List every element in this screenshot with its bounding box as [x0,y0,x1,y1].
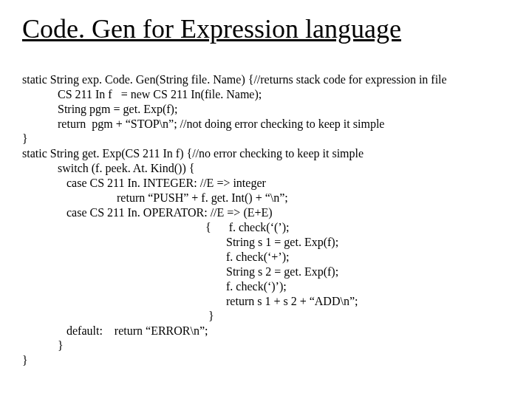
code-line: String pgm = get. Exp(f); [22,103,177,115]
code-line: return s 1 + s 2 + “ADD\n”; [22,295,358,307]
code-line: f. check(‘+’); [22,250,289,263]
code-line: } [22,132,28,145]
code-line: } [22,354,28,366]
page-title: Code. Gen for Expression language [22,13,510,44]
code-line: } [22,339,64,352]
code-line: static String exp. Code. Gen(String file… [22,73,447,86]
code-line: return pgm + “STOP\n”; //not doing error… [22,117,384,130]
code-line: case CS 211 In. OPERATOR: //E => (E+E) [22,206,273,219]
code-block: static String exp. Code. Gen(String file… [22,58,510,368]
code-line: String s 2 = get. Exp(f); [22,265,338,278]
code-line: switch (f. peek. At. Kind()) { [22,162,194,174]
slide: Code. Gen for Expression language static… [0,0,532,381]
code-line: return “PUSH” + f. get. Int() + “\n”; [22,191,288,204]
code-line: default: return “ERROR\n”; [22,324,208,337]
code-line: static String get. Exp(CS 211 In f) {//n… [22,147,364,160]
code-line: CS 211 In f = new CS 211 In(file. Name); [22,88,262,100]
code-line: f. check(‘)’); [22,280,287,293]
code-line: case CS 211 In. INTEGER: //E => integer [22,177,266,189]
code-line: } [22,310,214,322]
code-line: { f. check(‘(’); [22,221,289,233]
code-line: String s 1 = get. Exp(f); [22,236,338,248]
